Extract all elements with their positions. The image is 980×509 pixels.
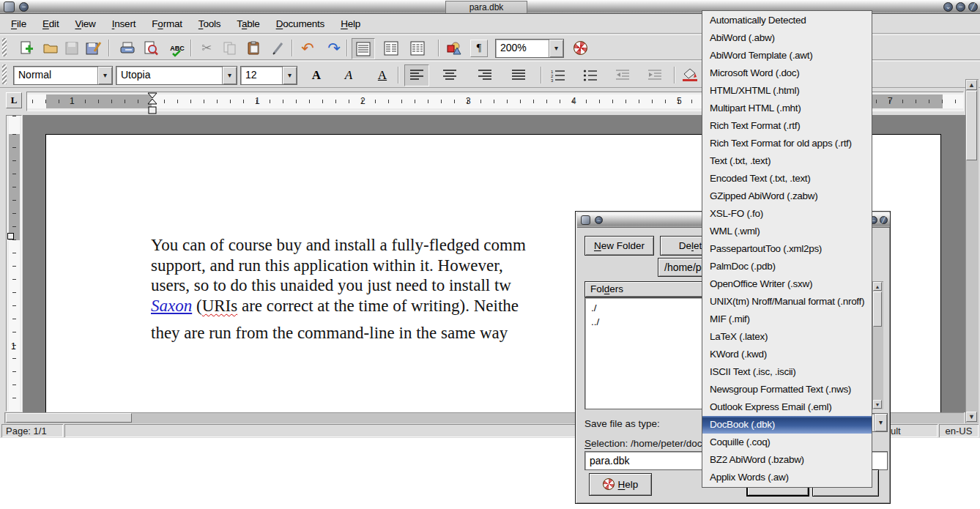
- undo-icon[interactable]: ↶: [297, 38, 318, 58]
- file-format-option[interactable]: HTML/XHTML (.html): [702, 82, 872, 100]
- folders-scrollbar[interactable]: ▲ ▼: [872, 281, 883, 409]
- file-format-option[interactable]: PalmDoc (.pdb): [702, 258, 872, 275]
- file-format-option[interactable]: AbiWord (.abw): [702, 29, 872, 47]
- chevron-down-icon[interactable]: ▾: [874, 414, 887, 431]
- show-formatting-marks-icon[interactable]: ¶: [470, 40, 488, 57]
- shade-icon[interactable]: ⌄: [943, 2, 953, 12]
- zoom-combo[interactable]: 200% ▾: [495, 39, 564, 58]
- scroll-up-icon[interactable]: ▲: [966, 80, 977, 90]
- bulleted-list-icon[interactable]: [580, 65, 601, 85]
- file-format-option[interactable]: Multipart HTML (.mht): [702, 100, 872, 117]
- file-format-option[interactable]: DocBook (.dbk): [702, 416, 872, 434]
- stylus-icon[interactable]: [268, 38, 289, 58]
- tab-selector-button[interactable]: L: [6, 92, 22, 108]
- vertical-scrollbar[interactable]: ▲ ▼: [965, 79, 979, 423]
- file-format-option[interactable]: AbiWord Template (.awt): [702, 47, 872, 64]
- chevron-down-icon[interactable]: ▾: [97, 67, 112, 84]
- help-lifebuoy-icon[interactable]: [570, 38, 590, 58]
- spellcheck-icon[interactable]: ABC: [167, 38, 188, 58]
- chevron-down-icon[interactable]: ▾: [222, 67, 237, 84]
- toolbar-grip[interactable]: [2, 38, 7, 56]
- save-as-icon[interactable]: [83, 38, 104, 58]
- indent-marker[interactable]: [146, 92, 158, 117]
- insert-object-icon[interactable]: [444, 38, 464, 58]
- top-margin-marker[interactable]: [7, 233, 14, 239]
- menu-item[interactable]: Table: [229, 15, 267, 32]
- bold-icon[interactable]: A: [306, 65, 327, 85]
- file-format-option[interactable]: XSL-FO (.fo): [702, 205, 872, 223]
- align-left-icon[interactable]: [404, 64, 429, 86]
- copy-icon[interactable]: [220, 38, 240, 58]
- highlight-color-icon[interactable]: [680, 64, 700, 84]
- file-format-option[interactable]: Automatically Detected: [702, 12, 872, 29]
- new-document-icon[interactable]: [16, 38, 37, 58]
- menu-item[interactable]: Documents: [268, 15, 333, 32]
- minimize-icon[interactable]: –: [956, 2, 965, 12]
- decrease-indent-icon[interactable]: [612, 65, 633, 85]
- file-format-option[interactable]: Coquille (.coq): [702, 434, 872, 451]
- file-format-option[interactable]: Rich Text Format for old apps (.rtf): [702, 135, 872, 152]
- view-three-columns-icon[interactable]: [407, 38, 428, 58]
- align-center-icon[interactable]: [439, 65, 460, 85]
- file-format-option[interactable]: UNIX(tm) Nroff/Manual format (.nroff): [702, 293, 872, 311]
- file-format-option[interactable]: Rich Text Format (.rtf): [702, 117, 872, 135]
- toolbar-grip[interactable]: [2, 64, 7, 84]
- file-format-option[interactable]: Outlook Express Email (.eml): [702, 398, 872, 416]
- scroll-down-icon[interactable]: ▼: [873, 400, 882, 409]
- file-format-option[interactable]: BZ2 AbiWord (.bzabw): [702, 451, 872, 469]
- file-format-option[interactable]: Encoded Text (.txt, .text): [702, 170, 872, 187]
- close-icon[interactable]: ╱: [968, 2, 978, 12]
- increase-indent-icon[interactable]: [645, 65, 665, 85]
- hyperlink-saxon[interactable]: Saxon: [151, 297, 192, 315]
- view-two-columns-icon[interactable]: [381, 38, 401, 58]
- menu-item[interactable]: View: [67, 15, 103, 32]
- save-icon[interactable]: [62, 38, 82, 58]
- file-format-option[interactable]: MIF (.mif): [702, 311, 872, 328]
- style-combo[interactable]: Normal ▾: [13, 66, 113, 85]
- window-menu-button[interactable]: –: [595, 216, 603, 224]
- menu-item[interactable]: Tools: [190, 15, 229, 32]
- underline-icon[interactable]: A: [372, 65, 393, 85]
- font-combo[interactable]: Utopia ▾: [116, 66, 237, 85]
- open-file-icon[interactable]: [40, 38, 61, 58]
- view-normal-icon[interactable]: [352, 38, 375, 59]
- font-size-combo[interactable]: 12 ▾: [240, 66, 297, 85]
- menu-item[interactable]: Insert: [104, 15, 144, 32]
- menu-item[interactable]: Edit: [34, 15, 67, 32]
- numbered-list-icon[interactable]: 123: [548, 65, 568, 85]
- file-format-option[interactable]: Microsoft Word (.doc): [702, 64, 872, 82]
- italic-icon[interactable]: A: [338, 65, 359, 85]
- print-preview-icon[interactable]: [141, 38, 161, 58]
- status-language-indicator[interactable]: en-US: [939, 424, 979, 437]
- file-format-option[interactable]: PassepartoutToo (.xml2ps): [702, 240, 872, 258]
- redo-icon[interactable]: ↷: [324, 38, 344, 58]
- new-folder-button[interactable]: New Folder: [584, 236, 654, 256]
- close-icon[interactable]: ╱: [880, 216, 888, 224]
- paste-icon[interactable]: [243, 38, 264, 58]
- chevron-down-icon[interactable]: ▾: [282, 67, 297, 84]
- file-format-option[interactable]: OpenOffice Writer (.sxw): [702, 275, 872, 293]
- chevron-down-icon[interactable]: ▾: [549, 40, 563, 57]
- scroll-down-icon[interactable]: ▼: [966, 412, 977, 422]
- vertical-ruler[interactable]: 1: [6, 115, 22, 412]
- file-format-option[interactable]: KWord (.kwd): [702, 346, 872, 363]
- file-format-option[interactable]: LaTeX (.latex): [702, 328, 872, 346]
- print-icon[interactable]: [117, 38, 138, 58]
- scroll-up-icon[interactable]: ▲: [873, 282, 882, 291]
- file-format-option[interactable]: Applix Words (.aw): [702, 469, 872, 486]
- file-format-option[interactable]: Text (.txt, .text): [702, 152, 872, 170]
- cut-icon[interactable]: ✂: [196, 38, 217, 58]
- window-menu-button[interactable]: –: [19, 2, 29, 12]
- file-format-option[interactable]: ISCII Text (.isc, .iscii): [702, 363, 872, 381]
- file-format-option[interactable]: WML (.wml): [702, 223, 872, 240]
- folders-scrollbar-thumb[interactable]: [873, 291, 882, 327]
- menu-item[interactable]: Help: [333, 15, 368, 32]
- menu-item[interactable]: Format: [144, 15, 190, 32]
- file-format-option[interactable]: GZipped AbiWord (.zabw): [702, 187, 872, 205]
- align-justify-icon[interactable]: [508, 65, 529, 85]
- align-right-icon[interactable]: [475, 65, 495, 85]
- file-format-option[interactable]: Newsgroup Formatted Text (.nws): [702, 381, 872, 398]
- vertical-scrollbar-thumb[interactable]: [966, 91, 977, 160]
- horizontal-scrollbar-thumb[interactable]: [6, 413, 132, 423]
- help-button[interactable]: Help: [589, 473, 652, 496]
